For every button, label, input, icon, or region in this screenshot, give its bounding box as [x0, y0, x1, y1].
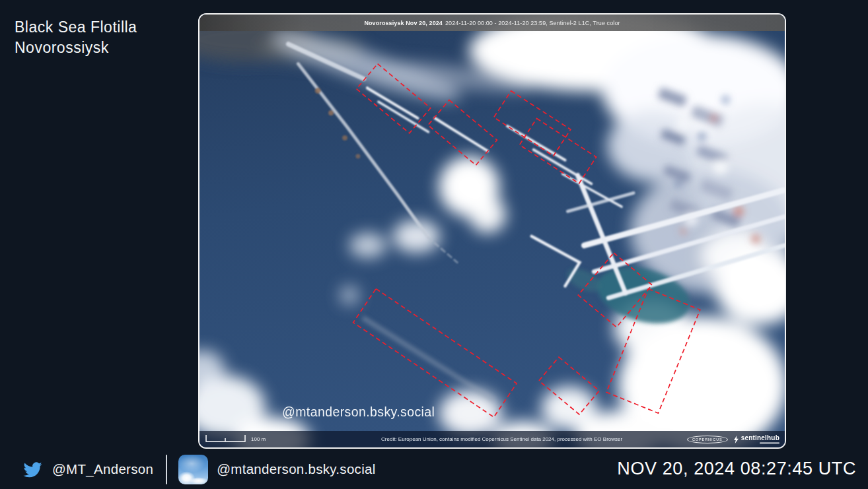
separator-divider: [166, 455, 167, 484]
bluesky-icon: [178, 455, 208, 484]
social-handles-row: @MT_Anderson @mtanderson.bsky.social: [22, 454, 376, 484]
twitter-handle: @MT_Anderson: [52, 461, 153, 477]
twitter-icon: [22, 460, 44, 478]
viewer-footer-bar: 100 m Credit: European Union, contains m…: [199, 431, 785, 447]
scale-bar: 100 m: [205, 434, 266, 443]
berth-annotation-box: [494, 91, 571, 156]
annotation-overlay: [199, 15, 785, 447]
scale-bar-label: 100 m: [251, 436, 266, 443]
bluesky-handle: @mtanderson.bsky.social: [217, 461, 375, 477]
satellite-viewer: Novorossiysk Nov 20, 2024 2024-11-20 00:…: [198, 13, 786, 449]
berth-annotation-box: [606, 289, 700, 413]
berth-annotation-box: [519, 119, 596, 183]
berth-annotation-box: [539, 357, 599, 414]
copernicus-logo: Copernicus: [687, 436, 728, 443]
sentinelhub-logo-text: sentinelhub: [741, 435, 779, 441]
berth-annotation-box: [353, 289, 517, 417]
viewer-subtitle: 2024-11-20 00:00 - 2024-11-20 23:59, Sen…: [445, 20, 620, 26]
berth-annotation-box: [428, 100, 497, 166]
title-line-2: Novorossiysk: [15, 38, 137, 58]
credit-text: Credit: European Union, contains modifie…: [381, 431, 622, 447]
scale-bar-icon: [205, 434, 246, 443]
sentinelhub-logo: sentinelhub: [733, 435, 779, 444]
berth-annotation-box: [357, 64, 431, 133]
berth-annotation-box: [578, 253, 652, 327]
logo-group: Copernicus sentinelhub: [687, 431, 779, 447]
watermark: @mtanderson.bsky.social: [282, 405, 435, 420]
post-graphic: Black Sea Flotilla Novorossiysk: [0, 0, 868, 489]
timestamp: NOV 20, 2024 08:27:45 UTC: [617, 459, 856, 479]
title-line-1: Black Sea Flotilla: [15, 17, 137, 38]
sentinelhub-logo-subtext: [760, 442, 779, 444]
lightning-bolt-icon: [733, 435, 739, 444]
viewer-header-bar: Novorossiysk Nov 20, 2024 2024-11-20 00:…: [199, 15, 785, 31]
viewer-title: Novorossiysk Nov 20, 2024: [364, 20, 443, 26]
page-title: Black Sea Flotilla Novorossiysk: [15, 17, 137, 58]
